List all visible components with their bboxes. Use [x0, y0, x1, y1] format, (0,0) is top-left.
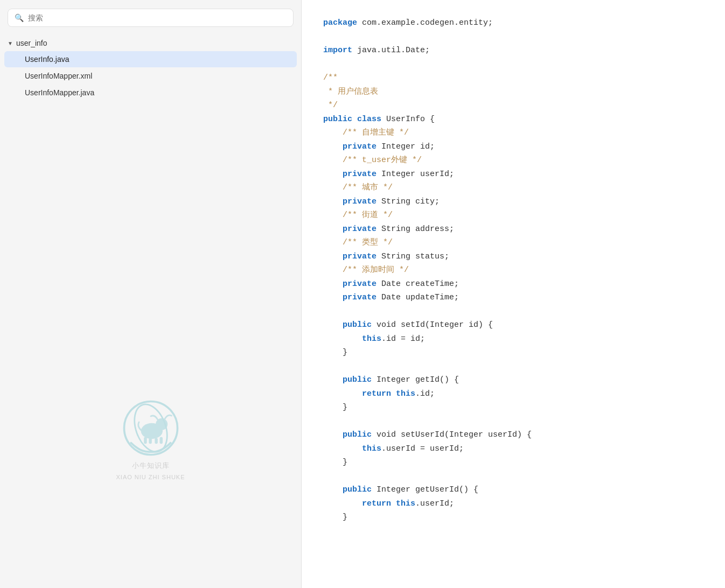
- code-line-21: private Date updateTime;: [323, 291, 703, 305]
- code-line-15: /** 街道 */: [323, 208, 703, 222]
- code-line-35: public Integer getUserId() {: [323, 483, 703, 497]
- code-line-29: }: [323, 401, 703, 415]
- code-line-19: /** 添加时间 */: [323, 263, 703, 277]
- file-userinfomapper-java[interactable]: UserInfoMapper.java: [4, 85, 297, 101]
- search-bar[interactable]: 🔍: [8, 9, 294, 27]
- code-line-13: /** 城市 */: [323, 181, 703, 195]
- code-line-33: }: [323, 456, 703, 470]
- svg-point-2: [141, 423, 162, 439]
- file-userinfomapper-xml[interactable]: UserInfoMapper.xml: [4, 68, 297, 84]
- folder-user-info[interactable]: ▼ user_info: [0, 36, 301, 51]
- watermark-label: 小牛知识库: [132, 461, 170, 471]
- code-line-1: package com.example.codegen.entity;: [323, 16, 703, 30]
- code-line-3: import java.util.Date;: [323, 44, 703, 58]
- search-input[interactable]: [28, 13, 287, 22]
- code-block: package com.example.codegen.entity; impo…: [323, 16, 703, 524]
- code-line-12: private Integer userId;: [323, 167, 703, 181]
- file-tree: ▼ user_info UserInfo.java UserInfoMapper…: [0, 33, 301, 103]
- code-line-22: [323, 305, 703, 319]
- svg-point-3: [156, 418, 168, 430]
- sidebar: 🔍 ▼ user_info UserInfo.java UserInfoMapp…: [0, 0, 302, 588]
- code-line-11: /** t_user外键 */: [323, 153, 703, 167]
- code-line-17: /** 类型 */: [323, 236, 703, 250]
- file-userinfo-java[interactable]: UserInfo.java: [4, 51, 297, 67]
- watermark-logo-icon: [121, 398, 180, 458]
- code-line-34: [323, 470, 703, 484]
- svg-rect-6: [155, 438, 158, 444]
- code-line-9: /** 自增主键 */: [323, 126, 703, 140]
- code-line-30: [323, 415, 703, 429]
- code-panel: package com.example.codegen.entity; impo…: [302, 0, 725, 588]
- search-icon: 🔍: [15, 13, 24, 22]
- code-line-18: private String status;: [323, 250, 703, 264]
- code-line-6: * 用户信息表: [323, 85, 703, 99]
- file-name-1: UserInfo.java: [25, 55, 69, 64]
- code-line-8: public class UserInfo {: [323, 113, 703, 127]
- code-line-7: */: [323, 99, 703, 113]
- code-line-5: /**: [323, 71, 703, 85]
- code-line-36: return this.userId;: [323, 497, 703, 511]
- code-line-32: this.userId = userId;: [323, 442, 703, 456]
- code-line-37: }: [323, 510, 703, 524]
- code-line-28: return this.id;: [323, 387, 703, 401]
- svg-point-1: [128, 400, 173, 457]
- code-line-26: [323, 360, 703, 374]
- code-line-20: private Date createTime;: [323, 277, 703, 291]
- svg-rect-7: [159, 437, 163, 444]
- code-line-23: public void setId(Integer id) {: [323, 318, 703, 332]
- file-name-3: UserInfoMapper.java: [25, 88, 94, 97]
- folder-name: user_info: [16, 39, 47, 47]
- watermark: 小牛知识库 XIAO NIU ZHI SHUKE: [116, 398, 185, 480]
- svg-point-0: [124, 402, 177, 455]
- svg-rect-5: [149, 438, 151, 444]
- code-line-27: public Integer getId() {: [323, 373, 703, 387]
- folder-arrow-icon: ▼: [8, 40, 13, 46]
- code-line-25: }: [323, 346, 703, 360]
- code-line-10: private Integer id;: [323, 140, 703, 154]
- code-line-16: private String address;: [323, 222, 703, 236]
- code-line-4: [323, 58, 703, 72]
- svg-rect-4: [144, 437, 147, 444]
- file-name-2: UserInfoMapper.xml: [25, 72, 92, 80]
- code-line-24: this.id = id;: [323, 332, 703, 346]
- code-line-2: [323, 30, 703, 44]
- code-line-31: public void setUserId(Integer userId) {: [323, 428, 703, 442]
- watermark-text: XIAO NIU ZHI SHUKE: [116, 474, 185, 480]
- code-line-14: private String city;: [323, 195, 703, 209]
